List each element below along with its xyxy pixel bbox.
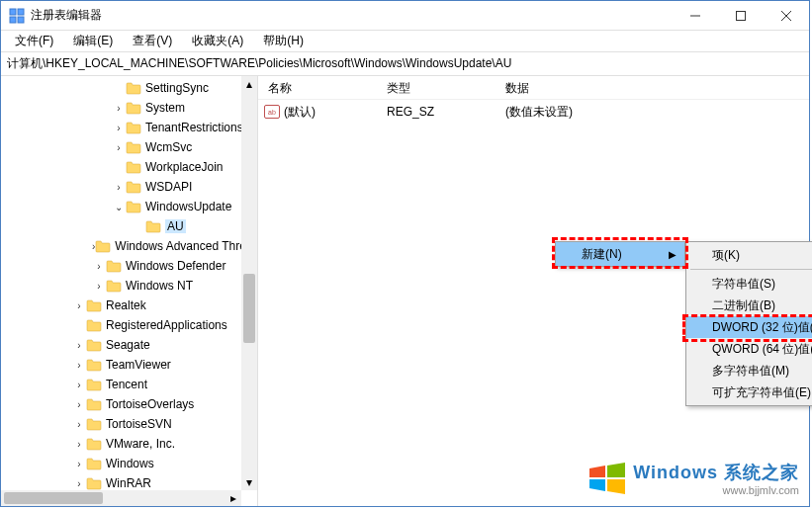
window-title: 注册表编辑器 <box>31 7 673 24</box>
watermark-url: www.bjjmlv.com <box>633 484 799 496</box>
tree-item[interactable]: ›Realtek <box>1 296 257 315</box>
chevron-right-icon[interactable]: › <box>72 478 86 489</box>
ctx-dword[interactable]: DWORD (32 位)值(D) <box>686 316 812 338</box>
list-pane: 名称 类型 数据 ab(默认)REG_SZ(数值未设置) 新建(N) ▶ 项(K… <box>258 76 809 506</box>
chevron-right-icon[interactable]: › <box>72 439 86 450</box>
menu-edit[interactable]: 编辑(E) <box>63 31 123 51</box>
folder-icon <box>86 378 102 391</box>
windows-logo-icon <box>587 459 627 498</box>
ctx-multi[interactable]: 多字符串值(M) <box>686 360 812 382</box>
tree-item[interactable]: ›Windows <box>1 454 257 473</box>
menu-view[interactable]: 查看(V) <box>123 31 182 51</box>
chevron-right-icon[interactable]: › <box>92 281 106 292</box>
tree-item-label: Realtek <box>106 298 146 312</box>
tree-item[interactable]: ›WSDAPI <box>1 177 257 197</box>
tree-item[interactable]: ›WcmSvc <box>1 137 257 157</box>
titlebar: 注册表编辑器 <box>1 1 809 31</box>
ctx-binary[interactable]: 二进制值(B) <box>686 295 812 316</box>
tree-item-label: WinRAR <box>106 476 151 490</box>
ctx-key[interactable]: 项(K) <box>686 244 812 266</box>
col-type[interactable]: 类型 <box>377 76 496 99</box>
context-menu-main: 新建(N) ▶ <box>555 241 685 267</box>
tree-item[interactable]: SettingSync <box>1 78 257 98</box>
tree-item[interactable]: ›Windows NT <box>1 276 257 296</box>
svg-marker-8 <box>589 466 605 477</box>
tree-item[interactable]: ›TortoiseOverlays <box>1 394 257 414</box>
tree-item[interactable]: ›System <box>1 98 257 118</box>
chevron-right-icon[interactable]: › <box>72 459 86 469</box>
svg-rect-2 <box>10 17 16 23</box>
tree-item[interactable]: ›Windows Defender <box>1 256 257 276</box>
tree-item[interactable]: ⌄WindowsUpdate <box>1 197 257 216</box>
folder-icon <box>145 219 161 233</box>
cell-data: (数值未设置) <box>496 104 809 121</box>
tree-item[interactable]: ›VMware, Inc. <box>1 434 257 454</box>
chevron-right-icon[interactable]: › <box>72 399 86 410</box>
tree-item-label: TeamViewer <box>106 358 171 372</box>
tree-item[interactable]: ›Windows Advanced Threat Protection <box>1 236 257 256</box>
tree-item-label: Windows <box>106 457 154 470</box>
chevron-down-icon[interactable]: ⌄ <box>112 202 126 212</box>
svg-rect-1 <box>18 9 24 15</box>
tree-item-label: WSDAPI <box>145 180 192 194</box>
chevron-right-icon[interactable]: › <box>72 340 86 351</box>
chevron-right-icon[interactable]: › <box>72 419 86 430</box>
chevron-right-icon[interactable]: › <box>72 380 86 390</box>
tree-item[interactable]: ›Tencent <box>1 375 257 394</box>
menu-file[interactable]: 文件(F) <box>5 31 63 51</box>
col-name[interactable]: 名称 <box>258 76 377 99</box>
tree-item[interactable]: RegisteredApplications <box>1 315 257 335</box>
close-button[interactable] <box>764 1 809 31</box>
tree-item[interactable]: ›TortoiseSVN <box>1 414 257 434</box>
svg-rect-3 <box>18 17 24 23</box>
col-data[interactable]: 数据 <box>496 76 809 99</box>
list-row[interactable]: ab(默认)REG_SZ(数值未设置) <box>258 102 809 122</box>
ctx-expand[interactable]: 可扩充字符串值(E) <box>686 382 812 403</box>
watermark: Windows 系统之家 www.bjjmlv.com <box>587 459 799 498</box>
chevron-right-icon[interactable]: › <box>112 182 126 193</box>
scroll-thumb-horizontal[interactable] <box>4 492 103 504</box>
svg-rect-0 <box>10 9 16 15</box>
tree-scrollbar-horizontal[interactable]: ◂ ▸ <box>1 490 241 506</box>
tree-item-label: TenantRestrictions <box>145 121 243 134</box>
list-body[interactable]: ab(默认)REG_SZ(数值未设置) <box>258 100 809 122</box>
tree-scrollbar-vertical[interactable]: ▴ ▾ <box>241 76 257 490</box>
ctx-qword[interactable]: QWORD (64 位)值(Q) <box>686 338 812 360</box>
chevron-right-icon[interactable]: › <box>72 360 86 371</box>
chevron-right-icon[interactable]: › <box>112 142 126 153</box>
tree-item[interactable]: AU <box>1 216 257 236</box>
menu-help[interactable]: 帮助(H) <box>253 31 314 51</box>
content: SettingSync›System›TenantRestrictions›Wc… <box>1 76 809 506</box>
folder-icon <box>86 338 102 352</box>
tree-pane: SettingSync›System›TenantRestrictions›Wc… <box>1 76 258 506</box>
path-text[interactable]: 计算机\HKEY_LOCAL_MACHINE\SOFTWARE\Policies… <box>7 55 803 72</box>
scroll-down-icon[interactable]: ▾ <box>241 474 257 490</box>
chevron-right-icon[interactable]: › <box>112 103 126 114</box>
tree-item-label: WorkplaceJoin <box>145 160 223 174</box>
folder-icon <box>126 160 141 174</box>
tree-item-label: WcmSvc <box>145 140 192 154</box>
folder-icon <box>106 259 122 273</box>
scroll-up-icon[interactable]: ▴ <box>241 76 257 92</box>
chevron-right-icon[interactable]: › <box>72 300 86 311</box>
scroll-right-icon[interactable]: ▸ <box>226 490 241 506</box>
tree-item[interactable]: WorkplaceJoin <box>1 157 257 177</box>
tree-item-label: WindowsUpdate <box>145 200 231 213</box>
maximize-button[interactable] <box>718 1 764 31</box>
svg-marker-11 <box>607 479 625 494</box>
tree-item[interactable]: ›TenantRestrictions <box>1 118 257 137</box>
ctx-new[interactable]: 新建(N) ▶ <box>556 242 684 266</box>
chevron-right-icon[interactable]: › <box>92 261 106 272</box>
folder-icon <box>86 358 102 372</box>
string-icon: ab <box>264 105 280 119</box>
scroll-thumb-vertical[interactable] <box>243 274 255 343</box>
tree-item-label: Tencent <box>106 378 147 391</box>
tree-item[interactable]: ›TeamViewer <box>1 355 257 375</box>
ctx-string[interactable]: 字符串值(S) <box>686 273 812 295</box>
tree-item[interactable]: ›Seagate <box>1 335 257 355</box>
menu-favorites[interactable]: 收藏夹(A) <box>182 31 253 51</box>
minimize-button[interactable] <box>673 1 718 31</box>
context-menu-new: 项(K) 字符串值(S) 二进制值(B) DWORD (32 位)值(D) QW… <box>685 241 812 406</box>
chevron-right-icon[interactable]: › <box>112 123 126 133</box>
tree[interactable]: SettingSync›System›TenantRestrictions›Wc… <box>1 78 257 493</box>
